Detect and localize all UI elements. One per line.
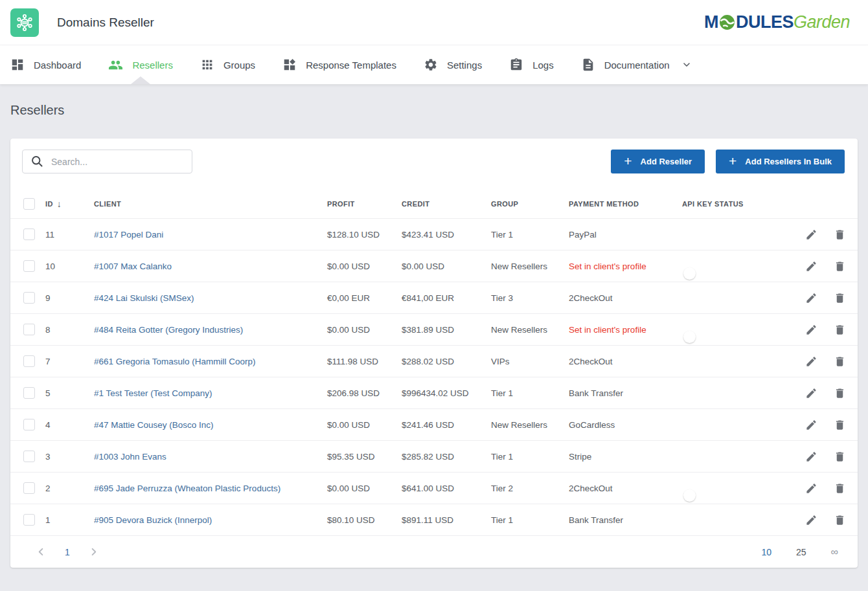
row-checkbox[interactable] (23, 514, 35, 526)
toolbar: + Add Reseller + Add Resellers In Bulk (10, 150, 858, 189)
row-checkbox[interactable] (23, 324, 35, 335)
templates-icon (282, 58, 297, 72)
client-link[interactable]: #1003 John Evans (94, 452, 166, 462)
row-payment-method: 2CheckOut (569, 357, 682, 366)
client-link[interactable]: #661 Gregoria Tomasulo (Hammill Coorp) (94, 357, 256, 366)
row-credit: €841,00 EUR (402, 293, 491, 303)
edit-icon[interactable] (805, 229, 817, 241)
page-size-10[interactable]: 10 (761, 547, 771, 557)
page-size-all[interactable]: ∞ (831, 546, 838, 558)
nav-item-documentation[interactable]: Documentation (581, 45, 692, 84)
row-id: 4 (45, 420, 94, 430)
brand-text-dules: DULES (736, 12, 794, 32)
row-profit: $0.00 USD (327, 484, 402, 493)
table-body: 11 #1017 Popel Dani $128.10 USD $423.41 … (10, 218, 858, 535)
delete-icon[interactable] (834, 514, 846, 526)
nav-label-groups: Groups (223, 60, 255, 71)
page-controls: 1 (36, 547, 98, 557)
row-checkbox[interactable] (23, 355, 35, 367)
resellers-card: + Add Reseller + Add Resellers In Bulk I… (10, 139, 858, 568)
chevron-down-icon (681, 60, 692, 70)
nav-item-groups[interactable]: Groups (200, 45, 255, 84)
row-payment-method: GoCardless (569, 420, 682, 430)
client-link[interactable]: #484 Reita Gotter (Gregory Industries) (94, 325, 243, 335)
edit-icon[interactable] (805, 514, 817, 526)
nav-item-settings[interactable]: Settings (424, 45, 482, 84)
prev-page-icon[interactable] (36, 547, 46, 557)
table-row: 3 #1003 John Evans $95.35 USD $285.82 US… (10, 440, 858, 472)
client-link[interactable]: #695 Jade Perruzza (Wheaton Plastic Prod… (94, 484, 280, 493)
row-checkbox[interactable] (23, 292, 35, 304)
row-credit: $0.00 USD (402, 262, 491, 271)
row-group: Tier 1 (491, 388, 569, 398)
delete-icon[interactable] (834, 419, 846, 431)
add-resellers-in-bulk-button[interactable]: + Add Resellers In Bulk (716, 150, 845, 173)
nav-item-logs[interactable]: Logs (509, 45, 554, 84)
client-link[interactable]: #1 Test Tester (Test Company) (94, 388, 212, 398)
edit-icon[interactable] (805, 292, 817, 304)
search-input[interactable] (22, 150, 192, 173)
edit-icon[interactable] (805, 419, 817, 431)
search-icon (30, 155, 44, 168)
delete-icon[interactable] (834, 229, 846, 241)
delete-icon[interactable] (834, 260, 846, 273)
page-number[interactable]: 1 (65, 547, 70, 557)
row-profit: $128.10 USD (327, 230, 402, 240)
column-header-profit[interactable]: PROFIT (327, 200, 402, 208)
edit-icon[interactable] (805, 260, 817, 273)
client-link[interactable]: #1007 Max Calanko (94, 262, 172, 271)
row-credit: $891.11 USD (402, 515, 491, 525)
next-page-icon[interactable] (89, 547, 98, 557)
row-payment-method: Set in client's profile (569, 325, 682, 335)
client-link[interactable]: #47 Mattie Cousey (Bosco Inc) (94, 420, 214, 430)
row-checkbox[interactable] (23, 419, 35, 430)
edit-icon[interactable] (805, 324, 817, 336)
nav-label-response-templates: Response Templates (306, 60, 396, 71)
edit-icon[interactable] (805, 387, 817, 399)
delete-icon[interactable] (834, 292, 846, 304)
page-size-25[interactable]: 25 (796, 547, 806, 557)
client-link[interactable]: #1017 Popel Dani (94, 230, 163, 240)
row-checkbox[interactable] (23, 229, 35, 240)
column-header-id[interactable]: ID ↓ (45, 199, 94, 209)
sort-desc-icon: ↓ (57, 199, 62, 209)
column-header-credit[interactable]: CREDIT (402, 200, 491, 208)
modulesgarden-logo: M DULES Garden (704, 12, 858, 32)
edit-icon[interactable] (805, 482, 817, 495)
row-credit: $381.89 USD (402, 325, 491, 335)
column-header-group[interactable]: GROUP (491, 200, 569, 208)
row-payment-method: Stripe (569, 452, 682, 462)
column-header-client[interactable]: CLIENT (94, 200, 327, 208)
column-header-payment-method[interactable]: PAYMENT METHOD (569, 200, 682, 208)
client-link[interactable]: #424 Lai Skulski (SMSex) (94, 293, 194, 303)
row-checkbox[interactable] (23, 260, 35, 272)
client-link[interactable]: #905 Devora Buzick (Innerpol) (94, 515, 212, 525)
delete-icon[interactable] (834, 451, 846, 463)
nav-label-resellers: Resellers (132, 60, 173, 71)
nav-item-dashboard[interactable]: Dashboard (10, 45, 81, 84)
dashboard-icon (10, 58, 25, 72)
nav-item-resellers[interactable]: Resellers (108, 45, 173, 84)
delete-icon[interactable] (834, 355, 846, 368)
table-row: 5 #1 Test Tester (Test Company) $206.98 … (10, 377, 858, 408)
globe-icon (719, 14, 735, 30)
row-group: New Resellers (491, 262, 569, 271)
row-payment-method: 2CheckOut (569, 484, 682, 493)
row-checkbox[interactable] (23, 482, 35, 494)
delete-icon[interactable] (834, 324, 846, 336)
row-checkbox[interactable] (23, 387, 35, 399)
nav-label-logs: Logs (532, 60, 554, 71)
row-checkbox[interactable] (23, 451, 35, 462)
row-credit: $423.41 USD (402, 230, 491, 240)
row-credit: $285.82 USD (402, 452, 491, 462)
row-profit: €0,00 EUR (327, 293, 402, 303)
row-profit: $80.10 USD (327, 515, 402, 525)
select-all-checkbox[interactable] (23, 198, 35, 210)
edit-icon[interactable] (805, 451, 817, 463)
delete-icon[interactable] (834, 387, 846, 399)
add-reseller-button[interactable]: + Add Reseller (611, 150, 705, 173)
delete-icon[interactable] (834, 482, 846, 495)
column-header-api-key-status[interactable]: API KEY STATUS (682, 200, 805, 208)
nav-item-response-templates[interactable]: Response Templates (282, 45, 396, 84)
edit-icon[interactable] (805, 355, 817, 368)
